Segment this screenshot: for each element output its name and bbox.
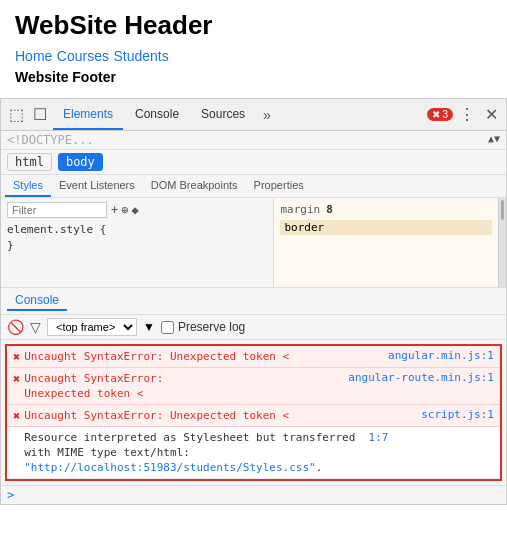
margin-value: 8 (326, 202, 333, 218)
box-model-panel: margin 8 border (274, 198, 498, 287)
site-title: WebSite Header (15, 10, 492, 41)
more-tabs-icon[interactable]: » (257, 105, 277, 125)
frame-arrow: ▼ (143, 320, 155, 334)
error-text-3: Uncaught SyntaxError: Unexpected token < (24, 408, 417, 423)
tag-bar: html body (1, 150, 506, 175)
error-count: 3 (442, 109, 448, 120)
error-text-2: Uncaught SyntaxError:Unexpected token < (24, 371, 344, 401)
sub-tab-properties[interactable]: Properties (246, 175, 312, 197)
preserve-log-row: Preserve log (161, 320, 245, 334)
info-text: Resource interpreted as Stylesheet but t… (24, 430, 494, 475)
force-state-icon[interactable]: ⊕ (121, 203, 128, 217)
info-icon (13, 431, 20, 445)
filter-bar: + ⊕ ◆ (7, 202, 267, 218)
sub-tab-dom-breakpoints[interactable]: DOM Breakpoints (143, 175, 246, 197)
preserve-log-checkbox[interactable] (161, 321, 174, 334)
nav-link-home[interactable]: Home (15, 48, 52, 64)
error-msg-3: ✖ Uncaught SyntaxError: Unexpected token… (7, 405, 500, 427)
styles-panel: + ⊕ ◆ element.style { } margin 8 border (1, 198, 506, 288)
info-msg-1: Resource interpreted as Stylesheet but t… (7, 427, 500, 479)
error-icon-1: ✖ (13, 350, 20, 364)
preserve-log-label: Preserve log (178, 320, 245, 334)
site-nav: Home Courses Students (15, 47, 492, 65)
border-row: border (280, 220, 492, 235)
filter-input[interactable] (7, 202, 107, 218)
sub-tabs: Styles Event Listeners DOM Breakpoints P… (1, 175, 506, 198)
error-msg-2: ✖ Uncaught SyntaxError:Unexpected token … (7, 368, 500, 405)
scrollbar-thumb[interactable] (501, 200, 504, 220)
body-tag[interactable]: body (58, 153, 103, 171)
site-footer-label: Website Footer (15, 69, 492, 85)
html-tag[interactable]: html (7, 153, 52, 171)
inspector-icon[interactable]: ⬚ (5, 104, 27, 126)
scroll-arrows: ▲▼ (488, 133, 500, 144)
styles-left: + ⊕ ◆ element.style { } (1, 198, 274, 287)
breadcrumb-bar: <!DOCTYPE... ▲▼ (1, 131, 506, 150)
sub-tab-styles[interactable]: Styles (5, 175, 51, 197)
error-msg-1: ✖ Uncaught SyntaxError: Unexpected token… (7, 346, 500, 368)
tab-sources[interactable]: Sources (191, 99, 255, 130)
error-icon-2: ✖ (13, 372, 20, 386)
css-code-open: element.style { (7, 222, 267, 238)
console-toolbar: 🚫 ▽ <top frame> ▼ Preserve log (1, 315, 506, 340)
console-header: Console (1, 288, 506, 315)
block-icon[interactable]: 🚫 (7, 319, 24, 335)
doctype-text: <!DOCTYPE... (7, 133, 94, 147)
filter-icons: + ⊕ ◆ (111, 203, 139, 217)
error-text-1: Uncaught SyntaxError: Unexpected token < (24, 349, 384, 364)
page-content: WebSite Header Home Courses Students Web… (0, 0, 507, 98)
error-icon: ✖ (432, 109, 440, 120)
toggle-class-icon[interactable]: ◆ (131, 203, 138, 217)
console-messages: ✖ Uncaught SyntaxError: Unexpected token… (5, 344, 502, 481)
info-link-1[interactable]: 1:7 (369, 431, 389, 444)
tab-elements[interactable]: Elements (53, 99, 123, 130)
nav-link-students[interactable]: Students (113, 48, 168, 64)
console-tab[interactable]: Console (7, 291, 67, 311)
error-badge[interactable]: ✖ 3 (427, 108, 453, 121)
error-link-2[interactable]: angular-route.min.js:1 (348, 371, 494, 384)
tab-console[interactable]: Console (125, 99, 189, 130)
info-link-2[interactable]: "http://localhost:51983/students/Styles.… (24, 461, 315, 474)
nav-link-courses[interactable]: Courses (57, 48, 109, 64)
devtools-tab-bar: ⬚ ☐ Elements Console Sources » ✖ 3 ⋮ ✕ (1, 99, 506, 131)
error-link-1[interactable]: angular.min.js:1 (388, 349, 494, 362)
css-code-close: } (7, 238, 267, 254)
console-bottom: > (1, 485, 506, 504)
top-frame-select[interactable]: <top frame> (47, 318, 137, 336)
error-icon-3: ✖ (13, 409, 20, 423)
margin-label: margin (280, 202, 320, 218)
add-style-icon[interactable]: + (111, 203, 118, 217)
filter-icon[interactable]: ▽ (30, 319, 41, 335)
console-prompt[interactable]: > (7, 488, 14, 502)
more-options-icon[interactable]: ⋮ (455, 103, 479, 126)
devtools-panel: ⬚ ☐ Elements Console Sources » ✖ 3 ⋮ ✕ <… (0, 98, 507, 505)
sub-tab-event-listeners[interactable]: Event Listeners (51, 175, 143, 197)
scrollbar[interactable] (498, 198, 506, 287)
close-devtools-icon[interactable]: ✕ (481, 103, 502, 126)
error-link-3[interactable]: script.js:1 (421, 408, 494, 421)
mobile-icon[interactable]: ☐ (29, 104, 51, 126)
